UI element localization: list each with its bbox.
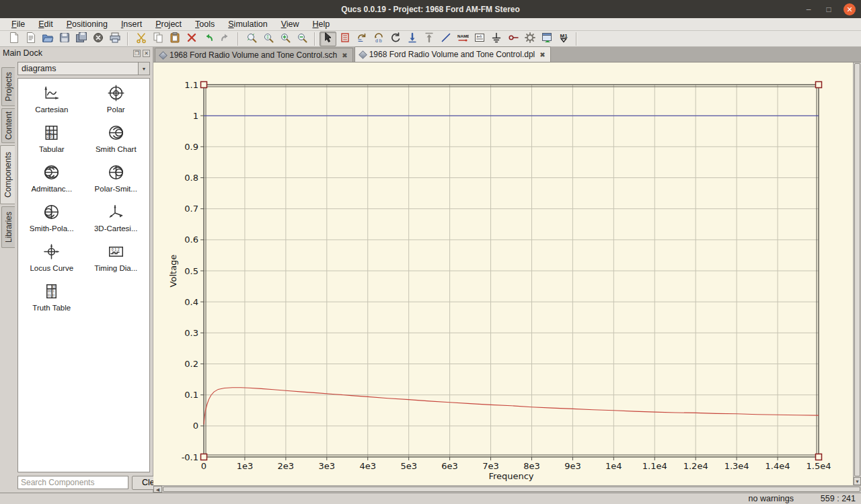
menu-simulation[interactable]: Simulation: [222, 19, 273, 30]
tab-close-icon[interactable]: ✖: [538, 51, 545, 58]
horizontal-scrollbar[interactable]: ◀: [153, 485, 861, 493]
redo-button[interactable]: [217, 32, 233, 46]
horizontal-scrollbar-thumb[interactable]: [163, 487, 860, 492]
svg-text:0: 0: [53, 294, 55, 297]
close-icon[interactable]: ✕: [844, 3, 856, 15]
component-item-smith-chart[interactable]: Smith Chart: [84, 124, 149, 163]
svg-text:0.4: 0.4: [184, 297, 198, 307]
components-panel: diagrams ▼ CartesianPolar1 22 3 5Tabular…: [15, 59, 153, 493]
marker-m1-icon: M1: [558, 32, 570, 46]
component-item-polar[interactable]: Polar: [84, 84, 149, 124]
category-dropdown[interactable]: diagrams ▼: [17, 62, 150, 75]
mirror-about-y-axis-up-button[interactable]: [420, 32, 437, 46]
dock-body: ProjectsContentComponentsLibraries diagr…: [0, 59, 153, 493]
component-item-locus-curve[interactable]: Locus Curve: [20, 243, 84, 282]
search-row: Clear: [17, 472, 150, 490]
sidebar-tab-projects[interactable]: Projects: [1, 67, 15, 106]
component-item-polar-smit[interactable]: Polar-Smit...: [84, 163, 149, 203]
series-output-voltage[interactable]: [204, 388, 819, 425]
component-item-truth-table[interactable]: Q000110Truth Table: [20, 282, 84, 322]
mirror-about-y-axis-button[interactable]: [404, 32, 420, 46]
menu-edit[interactable]: Edit: [32, 19, 59, 30]
selection-handle[interactable]: [816, 454, 822, 460]
vertical-scrollbar-thumb[interactable]: [854, 63, 860, 476]
dock-float-icon[interactable]: ❐: [133, 50, 141, 57]
insert-equation-button[interactable]: a+b: [471, 32, 488, 46]
delete-button[interactable]: [183, 32, 200, 46]
cartesian-diagram[interactable]: 01e32e33e34e35e36e37e38e39e31e41.1e41.2e…: [153, 62, 853, 485]
deactivate-component-button[interactable]: [336, 32, 353, 46]
port-symbol-icon: [507, 32, 519, 46]
scroll-left-icon[interactable]: ◀: [153, 486, 162, 493]
zoom-in-button[interactable]: [276, 32, 293, 46]
new-document-button[interactable]: [5, 32, 22, 46]
zoom-out-button[interactable]: [293, 32, 310, 46]
arrow-undo-icon: [202, 32, 215, 46]
menu-tools[interactable]: Tools: [189, 19, 221, 30]
close-document-button[interactable]: [89, 32, 106, 46]
rotate-ccw-button[interactable]: [387, 32, 404, 46]
print-document-button[interactable]: [106, 32, 123, 46]
view-data-display-button[interactable]: [538, 32, 555, 46]
menu-project[interactable]: Project: [149, 19, 188, 30]
save-all-documents-button[interactable]: [73, 32, 89, 46]
selection-handle[interactable]: [816, 82, 822, 88]
svg-text:-0.1: -0.1: [182, 452, 198, 462]
document-tab[interactable]: 1968 Ford Radio Volume and Tone Control.…: [155, 48, 353, 62]
copy-button[interactable]: [149, 32, 166, 46]
document-tab[interactable]: 1968 Ford Radio Volume and Tone Control.…: [354, 46, 551, 62]
set-marker-button[interactable]: M1: [555, 32, 572, 46]
save-document-button[interactable]: [56, 32, 73, 46]
sidebar-tab-content[interactable]: Content: [1, 108, 15, 143]
new-text-document-button[interactable]: [22, 32, 39, 46]
insert-wire-label-button[interactable]: NAME: [454, 32, 471, 46]
doc-text-icon: [25, 32, 37, 46]
sidebar-tab-label: Content: [4, 112, 13, 140]
arrow-down-bar-icon: [406, 32, 418, 46]
document-area: 1968 Ford Radio Volume and Tone Control.…: [153, 47, 861, 493]
menu-insert[interactable]: Insert: [115, 19, 148, 30]
sidebar-tab-libraries[interactable]: Libraries: [1, 206, 15, 248]
insert-ground-button[interactable]: [488, 32, 504, 46]
cut-button[interactable]: [133, 32, 149, 46]
search-input[interactable]: [17, 476, 128, 489]
menu-view[interactable]: View: [275, 19, 305, 30]
insert-wire-button[interactable]: [437, 32, 454, 46]
svg-text:1: 1: [193, 111, 198, 121]
maximize-icon[interactable]: □: [823, 5, 834, 14]
selection-handle[interactable]: [201, 82, 207, 88]
menu-help[interactable]: Help: [307, 19, 336, 30]
svg-text:1e4: 1e4: [605, 461, 622, 471]
component-item-timing-dia[interactable]: 0 1 2Timing Dia...: [84, 243, 149, 282]
minimize-icon[interactable]: –: [803, 5, 814, 14]
menu-positioning[interactable]: Positioning: [61, 19, 114, 30]
rotate-component-button[interactable]: [353, 32, 370, 46]
sidebar-tab-components[interactable]: Components: [0, 145, 15, 204]
mirror-about-x-axis-button[interactable]: d b: [370, 32, 387, 46]
data-display-canvas[interactable]: 01e32e33e34e35e36e37e38e39e31e41.1e41.2e…: [153, 62, 853, 485]
view-1-1-button[interactable]: [260, 32, 276, 46]
component-item-3d-cartesi[interactable]: 3D-Cartesi...: [84, 203, 149, 243]
arrow-ccw-icon: [389, 32, 402, 46]
undo-button[interactable]: [200, 32, 217, 46]
select-button[interactable]: [320, 32, 336, 46]
simulate-button[interactable]: [521, 32, 538, 46]
selection-handle[interactable]: [201, 454, 207, 460]
paste-button[interactable]: [166, 32, 183, 46]
toolbar-group-3: [240, 32, 313, 46]
menu-file[interactable]: File: [5, 19, 31, 30]
component-item-cartesian[interactable]: Cartesian: [20, 84, 84, 124]
open-document-button[interactable]: [39, 32, 56, 46]
insert-port-button[interactable]: [504, 32, 521, 46]
svg-text:NAME: NAME: [457, 34, 469, 38]
arrow-up-bar-icon: [423, 32, 435, 46]
component-item-tabular[interactable]: 1 22 3 5Tabular: [20, 124, 84, 163]
view-all-button[interactable]: [243, 32, 260, 46]
red-cross-icon: [186, 32, 198, 46]
vertical-scrollbar[interactable]: ▼: [853, 62, 861, 485]
component-item-smith-pola[interactable]: Smith-Pola...: [20, 203, 84, 243]
scroll-down-icon[interactable]: ▼: [854, 477, 861, 485]
component-item-admittanc[interactable]: Admittanc...: [20, 163, 84, 203]
dock-close-icon[interactable]: ✕: [143, 50, 150, 57]
tab-close-icon[interactable]: ✖: [340, 52, 347, 59]
